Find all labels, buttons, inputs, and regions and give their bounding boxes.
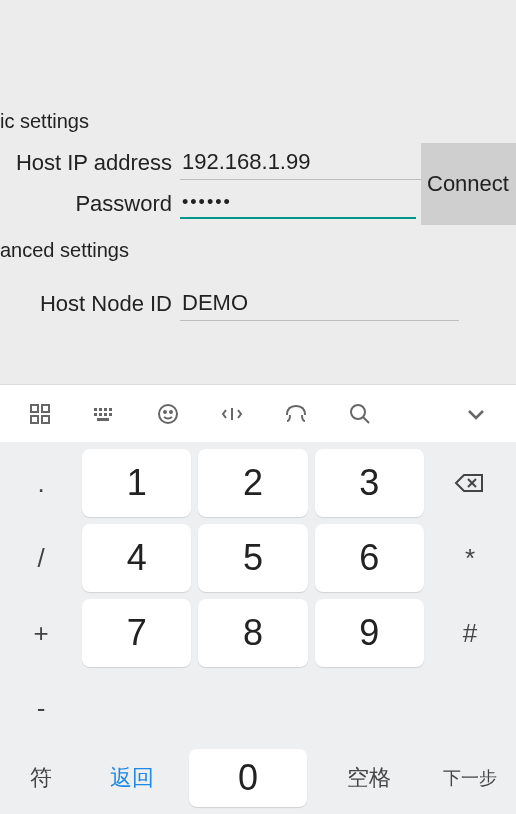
- svg-point-15: [170, 411, 172, 413]
- svg-rect-0: [31, 405, 38, 412]
- emoji-icon[interactable]: [136, 385, 200, 443]
- key-2[interactable]: 2: [198, 449, 307, 517]
- keyboard-switch-icon[interactable]: [72, 385, 136, 443]
- key-3[interactable]: 3: [315, 449, 424, 517]
- password-label: Password: [0, 191, 180, 217]
- collapse-keyboard-icon[interactable]: [444, 385, 508, 443]
- key-5[interactable]: 5: [198, 524, 307, 592]
- svg-point-13: [159, 405, 177, 423]
- soft-keyboard: ./+-123456*789# 符返回0空格下一步: [0, 384, 516, 814]
- key-next[interactable]: 下一步: [431, 749, 509, 807]
- key-space[interactable]: 空格: [314, 749, 424, 807]
- cursor-icon[interactable]: [200, 385, 264, 443]
- key-8[interactable]: 8: [198, 599, 307, 667]
- keyboard-keys: ./+-123456*789#: [0, 442, 516, 749]
- key-minus[interactable]: -: [7, 674, 75, 742]
- key-1[interactable]: 1: [82, 449, 191, 517]
- key-9[interactable]: 9: [315, 599, 424, 667]
- host-ip-label: Host IP address: [0, 150, 180, 176]
- connect-button[interactable]: Connect: [421, 143, 516, 225]
- basic-settings-header: ic settings: [0, 106, 516, 141]
- key-6[interactable]: 6: [315, 524, 424, 592]
- host-node-input[interactable]: [180, 286, 459, 321]
- host-ip-input[interactable]: [180, 145, 459, 180]
- svg-rect-5: [99, 408, 102, 411]
- host-node-label: Host Node ID: [0, 291, 180, 317]
- password-input[interactable]: [180, 188, 416, 219]
- svg-rect-1: [42, 405, 49, 412]
- search-icon[interactable]: [328, 385, 392, 443]
- svg-rect-4: [94, 408, 97, 411]
- key-0[interactable]: 0: [189, 749, 307, 807]
- key-plus[interactable]: +: [7, 599, 75, 667]
- svg-rect-2: [31, 416, 38, 423]
- svg-rect-11: [109, 413, 112, 416]
- svg-point-14: [164, 411, 166, 413]
- key-backspace[interactable]: [431, 449, 509, 517]
- svg-rect-10: [104, 413, 107, 416]
- grid-icon[interactable]: [8, 385, 72, 443]
- key-star[interactable]: *: [431, 524, 509, 592]
- key-return[interactable]: 返回: [82, 749, 182, 807]
- key-hash[interactable]: #: [431, 599, 509, 667]
- keyboard-toolbar: [0, 384, 516, 442]
- host-node-row: Host Node ID: [0, 282, 516, 325]
- advanced-settings-header: anced settings: [0, 235, 516, 270]
- svg-rect-6: [104, 408, 107, 411]
- svg-rect-7: [109, 408, 112, 411]
- svg-line-18: [363, 417, 369, 423]
- svg-rect-12: [97, 418, 109, 421]
- svg-rect-3: [42, 416, 49, 423]
- svg-point-17: [351, 405, 365, 419]
- key-4[interactable]: 4: [82, 524, 191, 592]
- svg-rect-9: [99, 413, 102, 416]
- settings-form: ic settings Host IP address Password anc…: [0, 0, 516, 435]
- key-slash[interactable]: /: [7, 524, 75, 592]
- key-dot[interactable]: .: [7, 449, 75, 517]
- svg-rect-8: [94, 413, 97, 416]
- voice-icon[interactable]: [264, 385, 328, 443]
- key-mode[interactable]: 符: [7, 749, 75, 807]
- key-7[interactable]: 7: [82, 599, 191, 667]
